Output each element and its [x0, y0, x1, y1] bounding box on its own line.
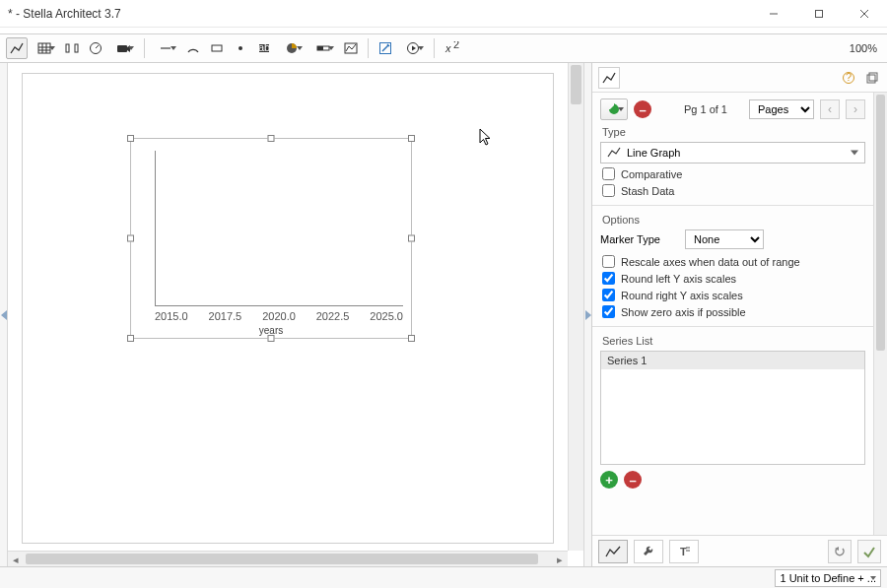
rescale-label: Rescale axes when data out of range	[621, 256, 800, 268]
svg-rect-9	[66, 44, 69, 52]
resize-handle-br[interactable]	[408, 335, 415, 342]
tab-graph-icon[interactable]	[598, 540, 628, 563]
minimize-button[interactable]	[751, 0, 796, 28]
svg-rect-13	[117, 45, 127, 52]
line-graph-icon	[607, 147, 621, 159]
rectangle-tool-icon[interactable]	[206, 37, 228, 59]
round-left-checkbox[interactable]	[602, 272, 615, 285]
x-tick: 2015.0	[155, 310, 188, 322]
page-nav-row: – Pg 1 of 1 Pages ‹ ›	[600, 98, 865, 120]
sparkline-tool-icon[interactable]	[340, 37, 362, 59]
svg-text:T: T	[680, 546, 687, 557]
add-series-button[interactable]: +	[600, 471, 618, 489]
scroll-left-icon[interactable]: ◂	[9, 553, 23, 566]
rescale-checkbox[interactable]	[602, 255, 615, 268]
graph-type-value: Line Graph	[627, 147, 680, 159]
canvas[interactable]: 2015.0 2017.5 2020.0 2022.5 2025.0 years…	[8, 63, 583, 566]
left-collapse-gutter[interactable]	[0, 63, 8, 566]
resize-handle-ml[interactable]	[127, 235, 134, 242]
table-tool-icon[interactable]	[30, 37, 59, 59]
gauge-tool-icon[interactable]	[85, 37, 106, 59]
canvas-scrollbar-horizontal[interactable]: ◂ ▸	[8, 551, 568, 566]
text-bg-tool-icon[interactable]: ab	[253, 37, 275, 59]
comparative-label: Comparative	[621, 168, 682, 180]
pie-tool-icon[interactable]	[277, 37, 307, 59]
tab-wrench-icon[interactable]	[634, 540, 663, 563]
round-left-label: Round left Y axis scales	[621, 273, 736, 285]
panel-footer-tabs: T	[592, 535, 887, 566]
title-bar: * - Stella Architect 3.7	[0, 0, 887, 28]
plot-axes	[155, 151, 403, 306]
x-tick: 2020.0	[262, 310, 296, 322]
connector-tool-icon[interactable]	[151, 37, 180, 59]
x-tick: 2025.0	[370, 310, 403, 322]
camera-tool-icon[interactable]	[108, 37, 138, 59]
zoom-level[interactable]: 100%	[850, 42, 881, 54]
show-zero-checkbox[interactable]	[602, 305, 615, 318]
resize-handle-bm[interactable]	[268, 335, 275, 342]
help-icon[interactable]: ?	[840, 69, 857, 87]
marker-type-combo[interactable]: None	[685, 229, 764, 249]
page-indicator: Pg 1 of 1	[684, 103, 727, 115]
status-bar: 1 Unit to Define + ...	[0, 566, 887, 588]
stash-data-checkbox[interactable]	[602, 184, 615, 197]
panel-graph-icon[interactable]	[598, 67, 620, 89]
resize-handle-tl[interactable]	[127, 135, 134, 142]
graph-type-combo[interactable]: Line Graph	[600, 142, 865, 163]
progress-tool-icon[interactable]	[308, 37, 338, 59]
series-list[interactable]: Series 1	[600, 351, 865, 465]
canvas-scrollbar-vertical[interactable]	[568, 63, 583, 551]
main-toolbar: ab x2 100%	[0, 33, 887, 63]
array-tool-icon[interactable]	[61, 37, 83, 59]
scroll-thumb[interactable]	[571, 65, 581, 104]
svg-rect-22	[317, 46, 323, 50]
panel-body: – Pg 1 of 1 Pages ‹ › Type Line Graph	[592, 93, 887, 535]
window-title: * - Stella Architect 3.7	[6, 7, 751, 21]
plot-area	[155, 151, 403, 306]
svg-point-17	[239, 46, 242, 50]
svg-rect-10	[75, 44, 78, 52]
edit-tool-icon[interactable]	[375, 37, 396, 59]
arc-tool-icon[interactable]	[182, 37, 204, 59]
right-collapse-gutter[interactable]	[583, 63, 591, 566]
show-zero-label: Show zero axis if possible	[621, 306, 746, 318]
marker-type-label: Marker Type	[600, 233, 679, 245]
graph-object[interactable]: 2015.0 2017.5 2020.0 2022.5 2025.0 years	[130, 138, 412, 339]
svg-rect-1	[816, 10, 823, 17]
main-area: 2015.0 2017.5 2020.0 2022.5 2025.0 years…	[0, 63, 887, 566]
comparative-checkbox[interactable]	[602, 167, 615, 180]
scroll-right-icon[interactable]: ▸	[553, 553, 567, 566]
resize-handle-tr[interactable]	[408, 135, 415, 142]
remove-page-button[interactable]: –	[634, 100, 651, 118]
equation-tool-icon[interactable]: x2	[441, 37, 462, 59]
run-tool-icon[interactable]	[398, 37, 428, 59]
scroll-thumb[interactable]	[876, 95, 885, 351]
options-section-label: Options	[602, 214, 865, 226]
svg-rect-16	[212, 45, 222, 51]
svg-marker-14	[127, 45, 130, 52]
resize-handle-tm[interactable]	[268, 135, 275, 142]
scroll-thumb[interactable]	[26, 554, 538, 564]
panel-scrollbar[interactable]	[873, 93, 887, 535]
remove-series-button[interactable]: –	[624, 471, 642, 489]
undo-button[interactable]	[828, 540, 852, 563]
pages-selector[interactable]: Pages	[749, 99, 814, 119]
units-combo[interactable]: 1 Unit to Define + ...	[775, 569, 881, 587]
series-item[interactable]: Series 1	[601, 352, 864, 369]
dot-tool-icon[interactable]	[230, 37, 251, 59]
apply-button[interactable]	[857, 540, 881, 563]
popout-icon[interactable]	[863, 69, 881, 87]
maximize-button[interactable]	[796, 0, 842, 28]
next-page-button[interactable]: ›	[846, 99, 865, 119]
add-page-button[interactable]	[600, 98, 628, 120]
resize-handle-bl[interactable]	[127, 335, 134, 342]
line-graph-tool-icon[interactable]	[6, 37, 28, 59]
svg-marker-26	[412, 46, 416, 51]
tab-text-icon[interactable]: T	[669, 540, 699, 563]
x-tick: 2017.5	[209, 310, 242, 322]
close-button[interactable]	[842, 0, 887, 28]
units-value: 1 Unit to Define + ...	[780, 572, 876, 584]
round-right-checkbox[interactable]	[602, 289, 615, 301]
prev-page-button[interactable]: ‹	[820, 99, 840, 119]
resize-handle-mr[interactable]	[408, 235, 415, 242]
